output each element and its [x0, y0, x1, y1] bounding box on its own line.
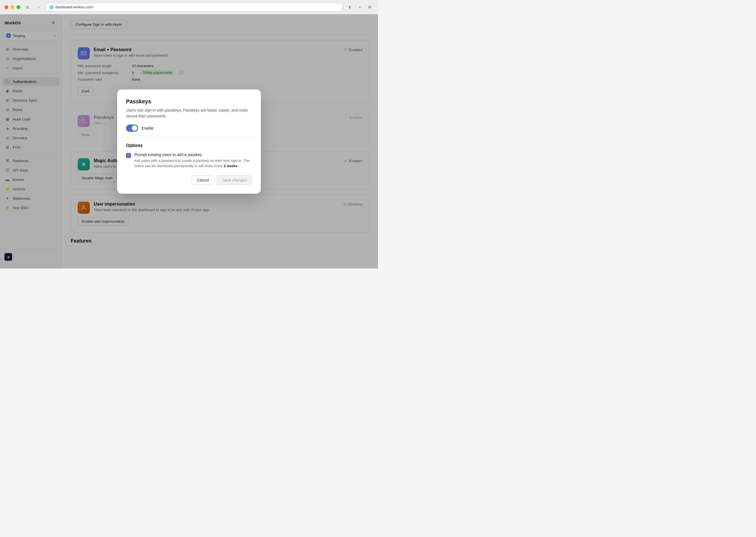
- browser-chrome: ⊟ ‹ 🌐 dashboard.workos.com/ ⬆ + ⧉: [0, 0, 378, 14]
- url-bar[interactable]: 🌐 dashboard.workos.com/: [46, 3, 343, 11]
- globe-icon: 🌐: [50, 5, 54, 9]
- sidebar-toggle-button[interactable]: ⊟: [24, 3, 31, 11]
- toggle-knob: [132, 125, 137, 131]
- passkeys-modal: Passkeys Users can sign in with passkeys…: [117, 90, 261, 194]
- traffic-lights: [4, 5, 21, 9]
- new-tab-button[interactable]: +: [356, 3, 364, 11]
- toggle-row: Enable: [126, 125, 252, 132]
- modal-footer: Cancel Save changes: [126, 175, 252, 185]
- save-changes-button[interactable]: Save changes: [217, 175, 252, 185]
- minimize-button[interactable]: [11, 5, 14, 9]
- maximize-button[interactable]: [17, 5, 21, 9]
- enable-toggle[interactable]: [126, 125, 138, 132]
- checkbox-label: Prompt existing users to add a passkey: [134, 152, 252, 157]
- checkbox-desc-part2: .: [238, 164, 239, 168]
- options-title: Options: [126, 143, 252, 148]
- modal-desc: Users can sign in with passkeys. Passkey…: [126, 107, 252, 119]
- checkbox-row: ✓ Prompt existing users to add a passkey…: [126, 152, 252, 169]
- browser-right-buttons: ⬆ + ⧉: [346, 3, 374, 11]
- cancel-button[interactable]: Cancel: [192, 175, 214, 185]
- checkbox-desc: Ask users with a password to create a pa…: [134, 158, 252, 169]
- tabs-button[interactable]: ⧉: [366, 3, 374, 11]
- toggle-label: Enable: [142, 126, 154, 130]
- url-text: dashboard.workos.com/: [55, 5, 93, 9]
- modal-divider: [126, 137, 252, 138]
- modal-title: Passkeys: [126, 98, 252, 105]
- modal-overlay[interactable]: Passkeys Users can sign in with passkeys…: [0, 14, 378, 268]
- checkbox-desc-bold: 2 weeks: [224, 164, 238, 168]
- checkbox-content: Prompt existing users to add a passkey A…: [134, 152, 252, 169]
- share-button[interactable]: ⬆: [346, 3, 354, 11]
- back-button[interactable]: ‹: [35, 3, 43, 11]
- prompt-users-checkbox[interactable]: ✓: [126, 153, 131, 158]
- close-button[interactable]: [4, 5, 8, 9]
